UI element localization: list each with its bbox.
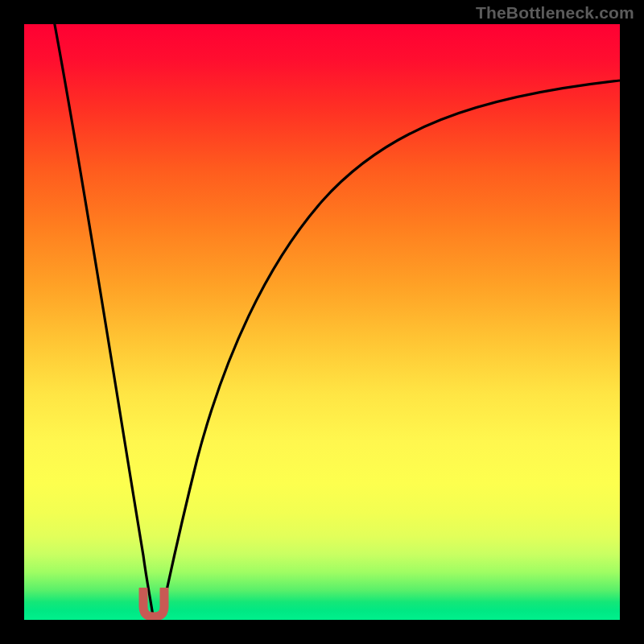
outer-frame: TheBottleneck.com [0,0,644,644]
min-marker [138,588,169,620]
brand-watermark: TheBottleneck.com [476,3,634,23]
bottleneck-curve [24,24,620,620]
curve-left-branch [53,24,153,616]
chart-area [24,24,620,620]
u-shape-icon [143,589,164,617]
curve-right-branch [161,80,620,616]
